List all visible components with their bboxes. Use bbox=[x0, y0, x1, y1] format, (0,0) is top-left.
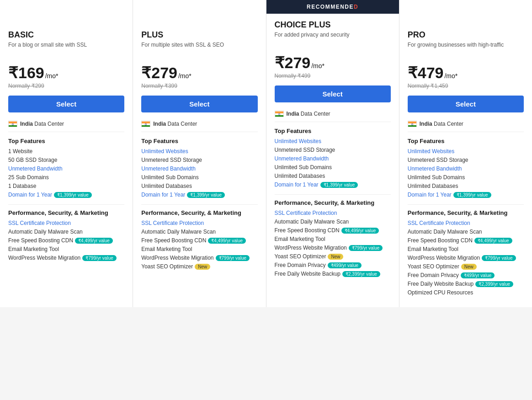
select-button-basic[interactable]: Select bbox=[8, 96, 124, 112]
plan-spacer bbox=[8, 9, 124, 24]
perf-badge-plus-5: New bbox=[195, 264, 210, 270]
price-row-choice-plus: ₹279 /mo* bbox=[275, 53, 391, 72]
top-feature-choice-plus-3: Unlimited Sub Domains bbox=[275, 164, 391, 171]
top-feature-plus-2: Unmetered Bandwidth bbox=[141, 165, 257, 172]
svg-rect-16 bbox=[408, 122, 416, 123]
svg-rect-1 bbox=[9, 122, 17, 123]
data-center-label-pro: India Data Center bbox=[420, 121, 463, 127]
top-feature-choice-plus-1: Unmetered SSD Storage bbox=[275, 147, 391, 153]
domain-badge-plus: ₹1,399/yr value bbox=[187, 192, 225, 198]
data-center-basic: India Data Center bbox=[8, 121, 124, 132]
perf-feature-pro-8: Optimized CPU Resources bbox=[408, 289, 524, 296]
domain-badge-basic: ₹1,399/yr value bbox=[54, 192, 92, 198]
top-features-title-pro: Top Features bbox=[408, 138, 524, 144]
perf-badge-pro-6: ₹499/yr value bbox=[461, 272, 495, 278]
perf-feature-pro-4: WordPress Website Migration ₹799/yr valu… bbox=[408, 255, 524, 261]
domain-feature-plus: Domain for 1 Year ₹1,399/yr value bbox=[141, 192, 257, 198]
perf-feature-pro-2: Free Speed Boosting CDN ₹4,499/yr value bbox=[408, 237, 524, 244]
pricing-container: BASICFor a blog or small site with SSL ₹… bbox=[0, 0, 532, 307]
perf-feature-pro-1: Automatic Daily Malware Scan bbox=[408, 229, 524, 235]
perf-badge-plus-4: ₹799/yr value bbox=[216, 255, 250, 261]
plan-col-pro: PROFor growing businesses with high-traf… bbox=[399, 0, 532, 307]
svg-rect-7 bbox=[142, 125, 150, 127]
perf-feature-choice-plus-1: Automatic Daily Malware Scan bbox=[275, 219, 391, 225]
plan-col-choice-plus: RECOMMENDED CHOICE PLUSFor added privacy… bbox=[266, 0, 399, 307]
perf-feature-choice-plus-3: Email Marketing Tool bbox=[275, 236, 391, 242]
price-normal-choice-plus: Normally ₹499 bbox=[275, 73, 391, 79]
svg-rect-11 bbox=[275, 112, 283, 113]
india-flag-basic bbox=[8, 121, 17, 127]
top-feature-basic-0: 1 Website bbox=[8, 148, 124, 155]
perf-feature-pro-3: Email Marketing Tool bbox=[408, 246, 524, 252]
select-button-pro[interactable]: Select bbox=[408, 96, 524, 112]
perf-feature-plus-1: Automatic Daily Malware Scan bbox=[141, 229, 257, 235]
top-feature-basic-1: 50 GB SSD Storage bbox=[8, 157, 124, 163]
perf-badge-choice-plus-2: ₹4,499/yr value bbox=[341, 228, 379, 234]
plan-desc-basic: For a blog or small site with SSL bbox=[8, 42, 124, 56]
perf-badge-pro-4: ₹799/yr value bbox=[482, 255, 516, 261]
domain-badge-choice-plus: ₹1,399/yr value bbox=[320, 182, 358, 188]
data-center-label-choice-plus: India Data Center bbox=[287, 111, 330, 117]
perf-feature-choice-plus-0: SSL Certificate Protection bbox=[275, 210, 391, 216]
top-feature-pro-0: Unlimited Websites bbox=[408, 148, 524, 155]
plan-col-basic: BASICFor a blog or small site with SSL ₹… bbox=[0, 0, 133, 307]
top-features-title-choice-plus: Top Features bbox=[275, 128, 391, 134]
perf-badge-pro-2: ₹4,499/yr value bbox=[474, 238, 512, 244]
price-suffix-pro: /mo* bbox=[444, 72, 458, 80]
top-feature-basic-2: Unmetered Bandwidth bbox=[8, 165, 124, 172]
top-feature-choice-plus-4: Unlimited Databases bbox=[275, 173, 391, 179]
top-feature-pro-2: Unmetered Bandwidth bbox=[408, 165, 524, 172]
top-feature-choice-plus-0: Unlimited Websites bbox=[275, 138, 391, 144]
data-center-label-basic: India Data Center bbox=[20, 121, 64, 127]
data-center-label-plus: India Data Center bbox=[153, 121, 197, 127]
plan-desc-choice-plus: For added privacy and security bbox=[275, 32, 391, 46]
svg-point-4 bbox=[13, 124, 13, 125]
plan-desc-plus: For multiple sites with SSL & SEO bbox=[141, 42, 257, 56]
top-feature-choice-plus-2: Unmetered Bandwidth bbox=[275, 155, 391, 162]
perf-feature-pro-0: SSL Certificate Protection bbox=[408, 220, 524, 226]
price-suffix-choice-plus: /mo* bbox=[311, 62, 325, 69]
svg-rect-6 bbox=[142, 122, 150, 123]
plan-name-plus: PLUS bbox=[141, 30, 257, 40]
perf-feature-basic-4: WordPress Website Migration ₹799/yr valu… bbox=[8, 255, 124, 261]
perf-feature-plus-2: Free Speed Boosting CDN ₹4,499/yr value bbox=[141, 237, 257, 244]
perf-title-basic: Performance, Security, & Marketing bbox=[8, 209, 124, 216]
recommended-badge: RECOMMENDED bbox=[266, 0, 399, 14]
perf-section-choice-plus: Performance, Security, & MarketingSSL Ce… bbox=[275, 194, 391, 277]
perf-badge-choice-plus-5: New bbox=[328, 254, 343, 260]
top-feature-plus-3: Unlimited Sub Domains bbox=[141, 174, 257, 181]
svg-rect-17 bbox=[408, 125, 416, 127]
plan-name-choice-plus: CHOICE PLUS bbox=[275, 20, 391, 30]
perf-badge-basic-2: ₹4,499/yr value bbox=[75, 238, 113, 244]
top-feature-pro-1: Unmetered SSD Storage bbox=[408, 157, 524, 163]
svg-rect-2 bbox=[9, 125, 17, 127]
perf-feature-choice-plus-2: Free Speed Boosting CDN ₹4,499/yr value bbox=[275, 227, 391, 234]
select-button-choice-plus[interactable]: Select bbox=[275, 85, 391, 102]
perf-badge-choice-plus-7: ₹2,399/yr value bbox=[342, 271, 380, 277]
perf-badge-basic-4: ₹799/yr value bbox=[82, 255, 116, 261]
price-suffix-plus: /mo* bbox=[178, 72, 192, 80]
plan-name-basic: BASIC bbox=[8, 30, 124, 40]
price-amount-basic: ₹169 bbox=[8, 64, 44, 82]
perf-badge-choice-plus-6: ₹499/yr value bbox=[328, 262, 362, 268]
perf-feature-plus-4: WordPress Website Migration ₹799/yr valu… bbox=[141, 255, 257, 261]
perf-feature-plus-0: SSL Certificate Protection bbox=[141, 220, 257, 226]
data-center-choice-plus: India Data Center bbox=[275, 111, 391, 122]
plan-spacer bbox=[141, 9, 257, 24]
perf-badge-plus-2: ₹4,499/yr value bbox=[208, 238, 246, 244]
plan-name-pro: PRO bbox=[408, 30, 524, 40]
price-row-pro: ₹479 /mo* bbox=[408, 64, 524, 82]
data-center-pro: India Data Center bbox=[408, 121, 524, 132]
price-normal-basic: Normally ₹299 bbox=[8, 83, 124, 89]
select-button-plus[interactable]: Select bbox=[141, 96, 257, 112]
domain-feature-basic: Domain for 1 Year ₹1,399/yr value bbox=[8, 192, 124, 198]
perf-feature-pro-7: Free Daily Website Backup ₹2,399/yr valu… bbox=[408, 281, 524, 287]
domain-feature-pro: Domain for 1 Year ₹1,399/yr value bbox=[408, 192, 524, 198]
perf-feature-pro-6: Free Domain Privacy ₹499/yr value bbox=[408, 272, 524, 278]
perf-feature-choice-plus-5: Yoast SEO Optimizer New bbox=[275, 253, 391, 260]
perf-badge-pro-5: New bbox=[461, 264, 477, 270]
perf-feature-basic-2: Free Speed Boosting CDN ₹4,499/yr value bbox=[8, 237, 124, 244]
top-feature-plus-0: Unlimited Websites bbox=[141, 148, 257, 155]
top-feature-basic-4: 1 Database bbox=[8, 183, 124, 189]
top-feature-pro-3: Unlimited Sub Domains bbox=[408, 174, 524, 181]
